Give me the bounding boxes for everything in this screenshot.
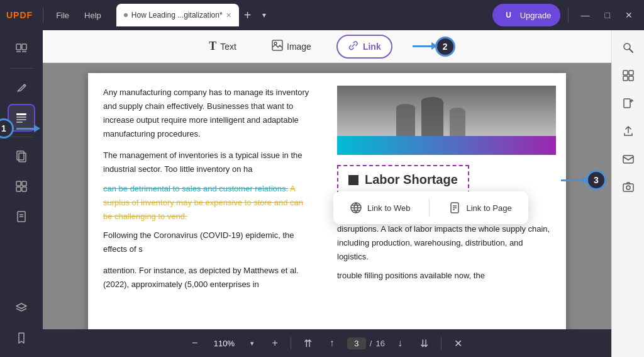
svg-rect-5 — [16, 113, 26, 115]
link-page-label: Link to Page — [466, 203, 511, 213]
sep2 — [568, 8, 569, 23]
bottom-toolbar: − 110% ▾ + ⇈ ↑ / 16 ↓ ⇊ ✕ — [43, 329, 611, 357]
arrow-2 — [413, 45, 433, 47]
tab-dropdown-btn[interactable]: ▾ — [258, 11, 270, 20]
zoom-increase-btn[interactable]: + — [267, 335, 282, 351]
user-avatar: U — [501, 8, 516, 23]
minimize-btn[interactable]: — — [576, 10, 595, 20]
arrow-3 — [561, 179, 584, 181]
pdf-page: Any manufacturing company has to manage … — [88, 73, 566, 329]
edit-toolbar: T Text Image Link 2 — [43, 30, 611, 63]
link-menu-sep — [429, 199, 430, 217]
zoom-decrease-btn[interactable]: − — [187, 335, 203, 351]
menu-help[interactable]: Help — [79, 8, 106, 23]
svg-rect-38 — [629, 71, 633, 75]
svg-rect-11 — [16, 181, 21, 186]
svg-rect-9 — [17, 151, 24, 160]
tab-dot — [124, 13, 128, 17]
tab-close-btn[interactable]: × — [226, 10, 231, 20]
pdf-viewer[interactable]: Any manufacturing company has to manage … — [43, 63, 611, 329]
pdf-left-column: Any manufacturing company has to manage … — [88, 73, 327, 329]
zoom-level: 110% — [210, 339, 238, 348]
active-tab[interactable]: How Leading ...gitalization* × — [116, 4, 239, 26]
labor-shortage-box: Labor Shortage — [337, 165, 469, 195]
close-btn[interactable]: ✕ — [620, 10, 638, 20]
new-tab-btn[interactable]: + — [239, 8, 257, 23]
annotation-2: 2 — [413, 37, 455, 57]
right-icon-share[interactable] — [616, 118, 641, 144]
nav-last-btn[interactable]: ⇊ — [415, 335, 433, 352]
svg-rect-8 — [16, 122, 23, 123]
pdf-para-3: can be detrimental to sales and customer… — [103, 182, 312, 224]
annotation-3: 3 — [561, 170, 606, 190]
sep1 — [43, 8, 43, 23]
nav-next-btn[interactable]: ↓ — [392, 335, 408, 351]
svg-rect-39 — [623, 76, 628, 81]
sidebar-icon-pages[interactable] — [8, 142, 35, 170]
right-icon-camera[interactable] — [616, 174, 641, 199]
highlighted-text-cyan: can be detrimental to sales and customer… — [103, 184, 288, 193]
svg-rect-42 — [623, 156, 633, 163]
bottom-close-btn[interactable]: ✕ — [449, 335, 467, 352]
link-icon — [348, 40, 359, 54]
svg-rect-37 — [623, 71, 628, 75]
sidebar-icon-extract[interactable] — [8, 203, 35, 230]
annotation-num-3: 3 — [586, 170, 606, 190]
tab-title: How Leading ...gitalization* — [131, 11, 223, 20]
image-tool-btn[interactable]: Image — [262, 36, 321, 57]
svg-rect-41 — [624, 99, 630, 108]
text-tool-btn[interactable]: T Text — [199, 36, 247, 57]
svg-rect-14 — [22, 187, 26, 191]
right-icon-mail[interactable] — [616, 146, 641, 171]
main-layout: 1 T Text Image Link — [0, 30, 644, 357]
svg-rect-12 — [22, 181, 26, 186]
upgrade-button[interactable]: U Upgrade — [492, 4, 560, 26]
svg-point-44 — [626, 186, 630, 190]
left-sidebar: 1 — [0, 30, 43, 357]
link-web-label: Link to Web — [367, 203, 410, 213]
right-icon-convert[interactable] — [616, 91, 641, 116]
page-indicator: / 16 — [347, 337, 385, 349]
sidebar-icon-layers[interactable] — [8, 294, 35, 322]
svg-rect-40 — [629, 76, 633, 81]
menu-file[interactable]: File — [51, 8, 74, 23]
link-web-icon — [350, 201, 362, 214]
link-to-web-btn[interactable]: Link to Web — [343, 198, 416, 218]
upgrade-label: Upgrade — [520, 11, 552, 20]
link-label: Link — [363, 42, 381, 52]
svg-rect-7 — [16, 119, 26, 120]
sidebar-icon-reader[interactable] — [8, 35, 35, 63]
sidebar-icon-organize[interactable] — [8, 173, 35, 200]
zoom-dropdown-btn[interactable]: ▾ — [245, 337, 259, 350]
sidebar-icon-bookmark[interactable] — [8, 324, 35, 352]
pdf-para-1: Any manufacturing company has to manage … — [103, 86, 312, 141]
svg-rect-10 — [19, 153, 26, 162]
link-to-page-btn[interactable]: Link to Page — [442, 198, 518, 218]
labor-box-icon — [348, 175, 358, 185]
right-icon-search[interactable] — [616, 35, 641, 60]
right-icon-ocr[interactable] — [616, 63, 641, 88]
svg-rect-13 — [16, 187, 21, 191]
nav-first-btn[interactable]: ⇈ — [299, 335, 317, 352]
text-icon: T — [209, 40, 216, 53]
bottom-sep2 — [441, 337, 441, 349]
sidebar-icon-annotate[interactable] — [8, 74, 35, 101]
link-tool-btn[interactable]: Link — [336, 35, 392, 59]
link-page-icon — [448, 201, 461, 214]
pdf-para-4: Following the Coronavirus (COVID-19) epi… — [103, 229, 312, 256]
bottom-sep1 — [291, 337, 291, 349]
svg-rect-18 — [272, 40, 282, 50]
image-icon — [272, 40, 283, 54]
pdf-para-2: The management of inventories is a typic… — [103, 149, 312, 176]
pdf-right-text2: trouble filling positions available now,… — [337, 269, 556, 283]
maximize-btn[interactable]: □ — [600, 10, 615, 20]
svg-point-25 — [450, 108, 465, 114]
pdf-para-5: attention. For instance, as depicted by … — [103, 264, 312, 292]
text-label: Text — [220, 42, 236, 52]
sidebar-bottom — [8, 294, 35, 352]
titlebar-right: U Upgrade — □ ✕ — [492, 4, 638, 26]
nav-prev-btn[interactable]: ↑ — [325, 335, 340, 351]
page-current-input[interactable] — [347, 337, 366, 349]
page-total: 16 — [375, 339, 384, 348]
sidebar-icon-edit[interactable] — [8, 104, 35, 132]
